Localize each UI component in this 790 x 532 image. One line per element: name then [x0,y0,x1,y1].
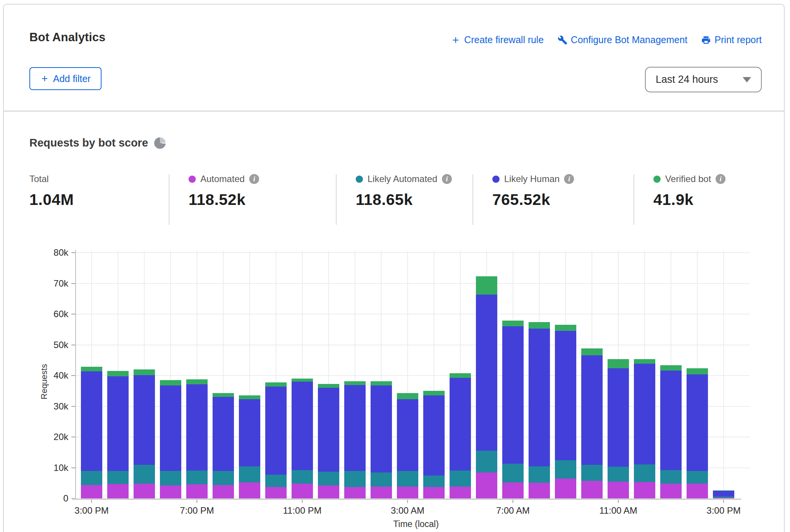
bar-segment-likely-automated[interactable] [660,470,682,484]
bar-segment-likely-automated[interactable] [213,471,234,485]
bar-segment-verified-bot[interactable] [608,359,629,368]
bar-segment-verified-bot[interactable] [160,380,181,385]
bar-segment-likely-human[interactable] [634,364,655,464]
bar-segment-likely-automated[interactable] [186,471,208,484]
bar-segment-verified-bot[interactable] [107,371,129,376]
bar-segment-automated[interactable] [450,487,471,498]
bar-segment-verified-bot[interactable] [423,391,445,395]
bar-segment-likely-automated[interactable] [107,471,129,484]
bar-segment-likely-human[interactable] [134,375,155,465]
bar-segment-automated[interactable] [397,487,418,498]
bar-segment-likely-automated[interactable] [581,465,603,480]
bar-segment-verified-bot[interactable] [555,325,576,331]
bar-segment-likely-human[interactable] [81,371,102,471]
bar-segment-verified-bot[interactable] [292,379,313,382]
bar-segment-likely-human[interactable] [160,385,181,471]
bar-segment-likely-automated[interactable] [265,475,287,487]
bar-segment-likely-automated[interactable] [502,464,524,482]
bar-segment-likely-automated[interactable] [239,466,260,482]
bar-segment-verified-bot[interactable] [81,367,102,371]
bar-segment-likely-human[interactable] [107,376,129,471]
bar-segment-automated[interactable] [371,487,392,498]
bar-segment-likely-automated[interactable] [713,497,734,498]
bar-segment-likely-automated[interactable] [608,467,629,481]
bar-segment-likely-human[interactable] [186,384,208,470]
bar-segment-likely-human[interactable] [476,295,497,451]
bar-segment-likely-human[interactable] [213,397,234,471]
bar-segment-automated[interactable] [134,484,155,498]
bar-segment-verified-bot[interactable] [344,381,366,385]
bar-segment-verified-bot[interactable] [476,276,497,295]
bar-segment-verified-bot[interactable] [371,381,392,385]
bar-segment-automated[interactable] [186,484,208,498]
bar-segment-automated[interactable] [713,498,734,498]
bar-segment-likely-human[interactable] [687,374,708,471]
bar-segment-likely-human[interactable] [555,331,576,460]
bar-segment-verified-bot[interactable] [502,321,524,326]
bar-segment-likely-human[interactable] [318,388,339,472]
bar-segment-verified-bot[interactable] [660,365,682,371]
bar-segment-automated[interactable] [265,487,287,498]
bar-segment-automated[interactable] [239,482,260,498]
bar-segment-automated[interactable] [81,485,102,498]
bar-segment-automated[interactable] [634,482,655,498]
bar-segment-verified-bot[interactable] [239,395,260,399]
bar-segment-likely-automated[interactable] [160,471,181,485]
bar-segment-verified-bot[interactable] [687,368,708,374]
bar-segment-likely-human[interactable] [660,371,682,470]
bar-segment-automated[interactable] [213,485,234,498]
bar-segment-likely-automated[interactable] [81,471,102,485]
bar-segment-automated[interactable] [608,482,629,498]
bar-segment-automated[interactable] [555,479,576,498]
bar-segment-likely-automated[interactable] [450,471,471,487]
bar-segment-likely-human[interactable] [397,399,418,471]
bar-segment-likely-human[interactable] [344,385,366,471]
bar-segment-verified-bot[interactable] [186,379,208,384]
bar-segment-likely-automated[interactable] [397,471,418,487]
bar-segment-verified-bot[interactable] [397,393,418,399]
bar-segment-verified-bot[interactable] [318,384,339,388]
bar-segment-likely-automated[interactable] [344,471,366,487]
bar-segment-automated[interactable] [502,482,524,498]
bar-segment-likely-automated[interactable] [687,471,708,483]
bar-segment-likely-automated[interactable] [529,466,550,483]
bar-segment-likely-automated[interactable] [371,472,392,487]
bar-segment-verified-bot[interactable] [713,490,734,491]
bar-segment-automated[interactable] [160,485,181,498]
bar-segment-likely-automated[interactable] [292,470,313,484]
bar-segment-likely-automated[interactable] [476,451,497,472]
bar-segment-automated[interactable] [476,472,497,498]
bar-segment-verified-bot[interactable] [213,393,234,397]
bar-segment-likely-automated[interactable] [555,460,576,479]
bar-segment-likely-human[interactable] [529,329,550,466]
bar-segment-verified-bot[interactable] [634,359,655,364]
bar-segment-automated[interactable] [423,487,445,498]
bar-segment-likely-human[interactable] [450,378,471,471]
bar-segment-likely-human[interactable] [608,368,629,467]
bar-segment-verified-bot[interactable] [529,322,550,329]
bar-segment-automated[interactable] [107,484,129,498]
bar-segment-likely-human[interactable] [265,387,287,475]
bar-segment-automated[interactable] [687,484,708,498]
bar-segment-likely-human[interactable] [371,385,392,472]
bar-segment-likely-automated[interactable] [423,476,445,487]
bar-segment-automated[interactable] [529,483,550,498]
bar-segment-automated[interactable] [581,481,603,498]
bar-segment-likely-human[interactable] [423,395,445,476]
bar-segment-likely-human[interactable] [292,382,313,470]
bar-segment-automated[interactable] [318,485,339,498]
bar-segment-verified-bot[interactable] [450,373,471,377]
bar-segment-likely-human[interactable] [713,491,734,497]
bar-segment-automated[interactable] [292,484,313,498]
bar-segment-likely-human[interactable] [239,399,260,466]
bar-segment-automated[interactable] [660,484,682,498]
bar-segment-likely-automated[interactable] [634,464,655,482]
bar-segment-verified-bot[interactable] [134,369,155,375]
bar-segment-likely-automated[interactable] [134,465,155,483]
bar-segment-likely-human[interactable] [502,326,524,464]
bar-segment-automated[interactable] [344,487,366,498]
bar-segment-likely-human[interactable] [581,355,603,465]
bar-segment-verified-bot[interactable] [265,382,287,387]
bar-segment-likely-automated[interactable] [318,472,339,485]
bar-segment-verified-bot[interactable] [581,348,603,355]
